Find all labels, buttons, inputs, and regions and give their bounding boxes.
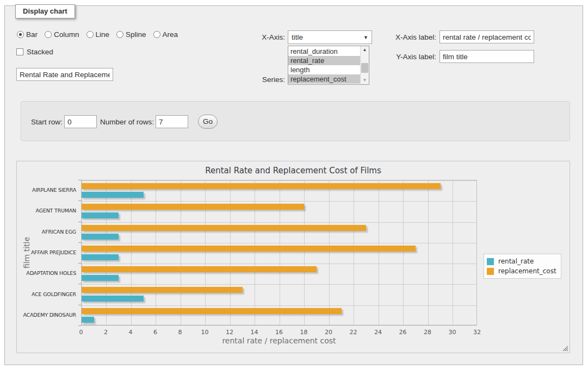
legend-label: replacement_cost xyxy=(498,267,556,275)
radio-line[interactable]: Line xyxy=(86,30,110,39)
stacked-label: Stacked xyxy=(27,48,53,56)
x-tick-label: 26 xyxy=(392,329,414,336)
y-tick-mark xyxy=(78,180,81,180)
y-category-label: AIRPLANE SIERRA xyxy=(17,187,79,193)
x-tick-label: 16 xyxy=(268,329,290,336)
y-category-label: ACE GOLDFINGER xyxy=(17,291,79,297)
x-axis-label-input[interactable] xyxy=(440,30,534,43)
plot-area xyxy=(81,180,477,325)
bar-replacement_cost xyxy=(82,308,342,314)
scroll-down-icon[interactable]: ▼ xyxy=(361,77,369,84)
radio-bar-label: Bar xyxy=(26,30,38,39)
radio-bar-icon[interactable] xyxy=(17,31,24,38)
y-tick-mark xyxy=(78,305,81,305)
x-tick-label: 32 xyxy=(466,329,488,336)
y-tick-mark xyxy=(78,325,81,326)
chevron-down-icon: ▼ xyxy=(363,35,368,40)
x-tick-label: 10 xyxy=(194,329,216,336)
scroll-thumb[interactable] xyxy=(361,63,368,73)
x-axis-label-label: X-Axis label: xyxy=(387,33,436,41)
start-row-label: Start row: xyxy=(31,118,63,126)
x-axis-title: rental rate / replacement cost xyxy=(81,336,477,345)
radio-column-icon[interactable] xyxy=(45,31,52,38)
stacked-checkbox-row[interactable]: Stacked xyxy=(16,48,53,56)
x-tick-label: 4 xyxy=(120,329,141,336)
radio-area-label: Area xyxy=(163,30,178,39)
scroll-up-icon[interactable]: ▲ xyxy=(361,46,369,54)
y-tick-mark xyxy=(78,284,81,284)
x-tick-label: 8 xyxy=(169,329,191,336)
series-option-rental-duration[interactable]: rental_duration xyxy=(288,47,360,56)
series-option-replacement-cost[interactable]: replacement_cost xyxy=(288,74,360,84)
num-rows-input[interactable] xyxy=(156,115,188,128)
bar-rental_rate xyxy=(82,234,119,240)
radio-bar[interactable]: Bar xyxy=(17,30,38,39)
x-tick-label: 24 xyxy=(367,329,389,336)
legend-swatch-icon xyxy=(487,268,494,275)
radio-area-icon[interactable] xyxy=(153,31,160,38)
x-tick-label: 0 xyxy=(70,329,92,336)
y-category-label: AFRICAN EGG xyxy=(17,229,79,235)
y-category-label: AFFAIR PREJUDICE xyxy=(17,249,79,255)
y-tick-mark xyxy=(78,222,81,222)
y-category-label: ACADEMY DINOSAUR xyxy=(17,312,79,318)
resize-handle-icon[interactable] xyxy=(562,346,568,352)
start-row-input[interactable] xyxy=(64,115,97,128)
legend-label: rental_rate xyxy=(498,258,534,265)
bar-replacement_cost xyxy=(82,204,304,210)
radio-column-label: Column xyxy=(54,30,79,39)
legend-swatch-icon xyxy=(487,258,494,265)
bar-rental_rate xyxy=(82,254,119,260)
radio-spline[interactable]: Spline xyxy=(116,30,146,39)
x-tick-label: 28 xyxy=(417,329,438,336)
y-tick-mark xyxy=(78,200,81,201)
chart-area: Rental Rate and Replacement Cost of Film… xyxy=(16,161,570,353)
bar-rental_rate xyxy=(82,212,119,218)
radio-line-label: Line xyxy=(96,30,110,39)
bar-replacement_cost xyxy=(82,225,366,231)
bar-rental_rate xyxy=(82,275,119,281)
chart-type-radio-group: Bar Column Line Spline Area xyxy=(17,30,178,39)
bar-rental_rate xyxy=(82,317,94,323)
chart-legend: rental_ratereplacement_cost xyxy=(484,254,561,279)
x-tick-label: 20 xyxy=(318,329,339,336)
y-category-label: ADAPTATION HOLES xyxy=(17,270,79,276)
series-scrollbar[interactable]: ▲ ▼ xyxy=(360,46,369,84)
series-select-label: Series: xyxy=(243,76,285,84)
x-tick-label: 6 xyxy=(145,329,166,336)
series-option-rental-rate[interactable]: rental_rate xyxy=(288,56,360,65)
num-rows-label: Number of rows: xyxy=(100,118,154,126)
stacked-checkbox[interactable] xyxy=(16,48,23,55)
radio-line-icon[interactable] xyxy=(86,31,94,38)
x-tick-label: 18 xyxy=(293,329,315,336)
x-axis-selected-value: title xyxy=(292,33,303,41)
y-category-label: AGENT TRUMAN xyxy=(17,208,79,214)
radio-spline-icon[interactable] xyxy=(116,31,123,38)
radio-column[interactable]: Column xyxy=(45,30,79,39)
bar-replacement_cost xyxy=(82,266,317,272)
x-axis-select-label: X-Axis: xyxy=(243,33,285,41)
x-tick-label: 14 xyxy=(244,329,265,336)
series-option-length[interactable]: length xyxy=(288,65,360,74)
x-tick-label: 22 xyxy=(343,329,364,336)
x-tick-label: 30 xyxy=(442,329,463,336)
radio-area[interactable]: Area xyxy=(153,30,178,39)
page: Display chart Bar Column Line Spline Are… xyxy=(0,0,588,370)
x-axis-select[interactable]: title ▼ xyxy=(288,30,372,44)
y-tick-mark xyxy=(78,263,81,264)
chart-title-input[interactable] xyxy=(16,68,113,81)
bar-replacement_cost xyxy=(82,183,441,189)
series-multiselect[interactable]: rental_duration rental_rate length repla… xyxy=(288,46,369,85)
y-tick-mark xyxy=(78,242,81,243)
bar-replacement_cost xyxy=(82,287,243,293)
go-button[interactable]: Go xyxy=(198,115,218,129)
legend-item: replacement_cost xyxy=(487,266,556,276)
bar-replacement_cost xyxy=(82,246,416,252)
legend-item: rental_rate xyxy=(487,256,556,266)
chart-title: Rental Rate and Replacement Cost of Film… xyxy=(17,166,570,175)
panel-title: Display chart xyxy=(15,4,75,18)
y-axis-label-input[interactable] xyxy=(440,50,534,63)
bar-rental_rate xyxy=(82,192,144,198)
bar-rental_rate xyxy=(82,296,144,302)
y-axis-label-label: Y-Axis label: xyxy=(387,53,436,61)
